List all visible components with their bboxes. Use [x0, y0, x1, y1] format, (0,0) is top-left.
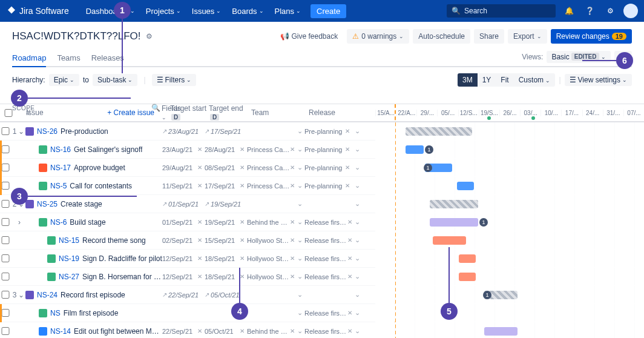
- expand-icon[interactable]: ⌄: [18, 127, 25, 136]
- clear-icon[interactable]: ✕: [197, 328, 202, 334]
- clear-icon[interactable]: ✕: [290, 219, 295, 225]
- issue-key[interactable]: NS-15: [59, 236, 79, 245]
- chevron-down-icon[interactable]: ⌄: [297, 164, 303, 171]
- hierarchy-from[interactable]: Epic ⌄: [49, 74, 79, 86]
- release-cell[interactable]: Release first epi...✕⌄: [304, 327, 362, 335]
- issue-key[interactable]: NS-6: [50, 218, 67, 227]
- share-button[interactable]: Share: [474, 29, 504, 44]
- issue-row[interactable]: NS-16Get Salinger's signoff23/Aug/21✕28/…: [0, 141, 375, 159]
- notification-icon[interactable]: 🔔: [562, 4, 576, 18]
- chevron-down-icon[interactable]: ⌄: [297, 182, 303, 190]
- dependency-badge[interactable]: 1: [483, 291, 491, 299]
- clear-icon[interactable]: ✕: [240, 146, 245, 153]
- hierarchy-to[interactable]: Sub-task ⌄: [93, 74, 137, 86]
- chevron-down-icon[interactable]: ⌄: [297, 236, 303, 244]
- clear-icon[interactable]: ✕: [345, 128, 350, 134]
- target-end[interactable]: ↗ 05/Oct/21: [205, 291, 247, 299]
- range-Fit[interactable]: Fit: [496, 73, 513, 87]
- row-checkbox[interactable]: [0, 273, 11, 280]
- clear-icon[interactable]: ✕: [347, 255, 352, 262]
- gantt-bar[interactable]: [457, 182, 474, 190]
- gantt-bar[interactable]: [459, 273, 476, 281]
- clear-icon[interactable]: ✕: [290, 237, 295, 244]
- clear-icon[interactable]: ✕: [197, 219, 202, 225]
- clear-icon[interactable]: ✕: [197, 146, 202, 153]
- gantt-row[interactable]: [375, 322, 644, 338]
- clear-icon[interactable]: ✕: [197, 273, 202, 280]
- tab-roadmap[interactable]: Roadmap: [12, 50, 46, 67]
- gantt-row[interactable]: [375, 304, 644, 322]
- issue-key[interactable]: NS-26: [37, 127, 58, 136]
- target-end[interactable]: 18/Sep/21✕: [205, 273, 247, 280]
- issue-row[interactable]: NS-17Approve budget29/Aug/21✕08/Sep/21✕P…: [0, 159, 375, 177]
- team-cell[interactable]: ⌄: [247, 200, 304, 208]
- clear-icon[interactable]: ✕: [290, 273, 295, 280]
- chevron-down-icon[interactable]: ⌄: [355, 200, 360, 208]
- export-button[interactable]: Export ⌄: [508, 29, 547, 44]
- release-cell[interactable]: Pre-planning✕⌄: [304, 127, 362, 135]
- range-1Y[interactable]: 1Y: [478, 73, 496, 87]
- gantt-bar[interactable]: [459, 254, 476, 263]
- issue-cell[interactable]: NS-19Sign D. Radcliffe for pilot: [25, 254, 162, 263]
- team-cell[interactable]: Behind the scen...✕⌄: [247, 218, 304, 226]
- chevron-down-icon[interactable]: ⌄: [297, 273, 303, 280]
- review-changes-button[interactable]: Review changes 19: [551, 29, 632, 44]
- release-cell[interactable]: Release first epi...✕⌄: [304, 218, 362, 226]
- clear-icon[interactable]: ✕: [197, 237, 202, 244]
- row-checkbox[interactable]: [0, 291, 11, 299]
- clear-icon[interactable]: ✕: [347, 219, 352, 225]
- target-end[interactable]: ↗ 19/Sep/21: [205, 200, 247, 208]
- chevron-down-icon[interactable]: ⌄: [297, 218, 303, 226]
- team-cell[interactable]: Princess Carolin...✕⌄: [247, 182, 304, 190]
- nav-boards[interactable]: Boards ⌄: [227, 4, 268, 18]
- release-cell[interactable]: ⌄: [304, 291, 362, 299]
- search-input[interactable]: [464, 7, 551, 15]
- release-cell[interactable]: Release first epi...✕⌄: [304, 254, 362, 262]
- chevron-down-icon[interactable]: ⌄: [355, 127, 360, 135]
- row-checkbox[interactable]: [0, 218, 11, 226]
- release-cell[interactable]: Release first epi...✕⌄: [304, 236, 362, 244]
- col-team[interactable]: Team: [251, 108, 309, 117]
- clear-icon[interactable]: ✕: [347, 310, 352, 316]
- issue-key[interactable]: NS-25: [37, 200, 58, 208]
- team-cell[interactable]: ⌄: [247, 291, 304, 299]
- chevron-down-icon[interactable]: ⌄: [297, 327, 303, 335]
- chevron-down-icon[interactable]: ⌄: [297, 145, 303, 153]
- chevron-down-icon[interactable]: ⌄: [355, 164, 360, 171]
- issue-cell[interactable]: NS-5Call for contestants: [25, 182, 162, 190]
- target-start[interactable]: ↗ 23/Aug/21: [162, 128, 205, 135]
- release-marker[interactable]: [531, 116, 535, 120]
- gantt-row[interactable]: [375, 231, 644, 250]
- target-start[interactable]: 02/Sep/21✕: [162, 237, 205, 244]
- col-target-end[interactable]: Target end D: [209, 104, 251, 121]
- clear-icon[interactable]: ✕: [347, 237, 352, 244]
- release-cell[interactable]: Pre-planning✕⌄: [304, 145, 362, 153]
- issue-row[interactable]: ›NS-6Build stage01/Sep/21✕19/Sep/21✕Behi…: [0, 213, 375, 231]
- gantt-bar[interactable]: [433, 236, 466, 245]
- team-cell[interactable]: ⌄: [247, 127, 304, 135]
- target-start[interactable]: 01/Sep/21✕: [162, 219, 205, 226]
- clear-icon[interactable]: ✕: [240, 182, 245, 189]
- gantt-row[interactable]: 1: [375, 141, 644, 159]
- gantt-bar[interactable]: [484, 327, 518, 336]
- team-cell[interactable]: Hollywoo Stars✕⌄: [247, 254, 304, 262]
- clear-icon[interactable]: ✕: [240, 328, 245, 334]
- expand-icon[interactable]: ⌄: [18, 291, 25, 299]
- gantt-row[interactable]: 1: [375, 213, 644, 231]
- target-start[interactable]: 29/Aug/21✕: [162, 164, 205, 171]
- chevron-down-icon[interactable]: ⌄: [355, 273, 360, 280]
- issue-key[interactable]: NS-14: [50, 327, 71, 336]
- nav-projects[interactable]: Projects ⌄: [141, 4, 186, 18]
- chevron-down-icon[interactable]: ⌄: [355, 291, 360, 299]
- gantt-bar[interactable]: [406, 145, 424, 154]
- range-3M[interactable]: 3M: [458, 73, 478, 87]
- chevron-down-icon[interactable]: ⌄: [297, 127, 303, 135]
- target-start[interactable]: 12/Sep/21✕: [162, 255, 205, 262]
- target-end[interactable]: 17/Sep/21✕: [205, 182, 247, 190]
- release-cell[interactable]: Release first epi...✕⌄: [304, 309, 362, 317]
- team-cell[interactable]: Hollywoo Stars✕⌄: [247, 236, 304, 244]
- issue-key[interactable]: NS: [50, 309, 61, 317]
- issue-key[interactable]: NS-24: [37, 291, 58, 299]
- chevron-down-icon[interactable]: ⌄: [297, 200, 303, 208]
- chevron-down-icon[interactable]: ⌄: [355, 145, 360, 153]
